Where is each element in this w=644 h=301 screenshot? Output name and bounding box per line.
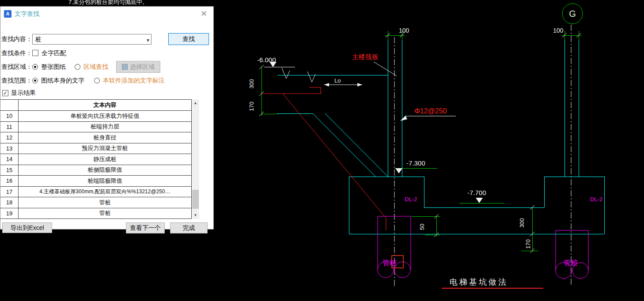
- select-region-label: 选择区域: [130, 63, 155, 70]
- beam-left-label: DL-2: [405, 196, 417, 203]
- scope-drawing-radio[interactable]: [32, 78, 38, 83]
- raft-label: 主楼筏板: [352, 53, 379, 60]
- centerlines: [394, 25, 571, 286]
- scrollbar-thumb[interactable]: [192, 190, 199, 209]
- check-icon: ✓: [3, 90, 8, 96]
- search-value: 桩: [35, 36, 42, 43]
- row-num: 15: [0, 167, 18, 173]
- pile-right-label: 管桩: [564, 259, 578, 267]
- table-row[interactable]: 12 桩身直径: [0, 132, 192, 143]
- table-row[interactable]: 14 静压成桩: [0, 154, 192, 165]
- scope-label: 查找范围：: [1, 77, 32, 85]
- scope-software-label[interactable]: 本软件添加的文字标注: [103, 77, 165, 85]
- rebar-lines: [261, 87, 386, 230]
- dim-slab-300: 300: [248, 79, 255, 89]
- rebar-label: Φ12@250: [414, 107, 447, 115]
- row-text: 管桩: [18, 208, 192, 219]
- row-num: 13: [0, 145, 18, 152]
- table-row[interactable]: 10 单桩竖向抗压承载力特征值: [0, 111, 192, 122]
- row-text: 管桩: [18, 197, 192, 208]
- scroll-down-icon[interactable]: ▼: [192, 211, 199, 219]
- section-outline: [277, 36, 604, 234]
- table-row[interactable]: 11 桩端持力层: [0, 122, 192, 133]
- dimension-lines: [261, 31, 581, 252]
- lo-dimension: [324, 83, 362, 87]
- region-whole-label[interactable]: 整张图纸: [41, 63, 66, 71]
- region-label: 查找区域：: [1, 63, 32, 71]
- radio-dot: [34, 79, 36, 82]
- pile-left-label: 管桩: [383, 259, 397, 267]
- show-results-label: 显示结果: [11, 89, 36, 97]
- whole-word-checkbox[interactable]: [32, 50, 38, 56]
- dim-pit-300: 300: [519, 218, 525, 228]
- section-slope-lines: [313, 113, 388, 177]
- row-num: 14: [0, 156, 18, 162]
- row-text: 单桩竖向抗压承载力特征值: [18, 111, 192, 121]
- select-region-button: 选择区域: [116, 61, 160, 73]
- find-button[interactable]: 查找: [168, 33, 209, 45]
- whole-word-label: 全字匹配: [42, 49, 66, 57]
- close-icon[interactable]: ✕: [201, 9, 207, 19]
- region-area-label[interactable]: 区域查找: [83, 63, 108, 71]
- results-scrollbar[interactable]: ▲ ▼: [192, 99, 199, 219]
- elevation-top: -6.000: [257, 56, 276, 64]
- table-row[interactable]: 16 桩端阻极限值: [0, 176, 192, 187]
- done-button[interactable]: 完成: [170, 222, 208, 233]
- beam-right-label: DL-2: [590, 196, 602, 203]
- table-row[interactable]: 19 管桩: [0, 208, 192, 219]
- chevron-down-icon[interactable]: ▾: [147, 35, 149, 45]
- cad-top-note: 7.未分包的桩台架均匀抛底中。: [68, 0, 148, 5]
- grid-bubble-label: G: [569, 9, 576, 19]
- table-header-row: 文本内容: [0, 99, 192, 111]
- row-text: 静压成桩: [18, 154, 192, 165]
- search-input[interactable]: 桩 ▾: [32, 34, 152, 45]
- scope-software-radio[interactable]: [94, 78, 100, 83]
- elevation-markers: [264, 62, 483, 203]
- lo-label: Lo: [334, 77, 341, 84]
- table-row[interactable]: 15 桩侧阻极限值: [0, 165, 192, 176]
- table-row[interactable]: 18 管桩: [0, 197, 192, 208]
- show-results-checkbox[interactable]: ✓: [2, 90, 8, 96]
- dimension-ticks: [259, 33, 581, 253]
- dialog-title: 文字查找: [15, 10, 39, 18]
- dim-wall-right: 100: [553, 27, 564, 34]
- content-label: 查找内容：: [1, 35, 32, 43]
- dim-wall-left: 100: [399, 27, 409, 34]
- row-text: 桩身直径: [18, 132, 192, 143]
- view-next-button[interactable]: 查看下一个: [126, 222, 165, 233]
- elevation-pit: -7.700: [467, 189, 486, 196]
- header-text-cell: 文本内容: [18, 100, 192, 110]
- dialog-titlebar[interactable]: A 文字查找 ✕: [0, 7, 213, 22]
- find-text-dialog: A 文字查找 ✕ 查找内容： 桩 ▾ 查找 查找条件： 全字匹配 查找区域： 整…: [0, 6, 214, 230]
- row-num: 19: [0, 210, 18, 217]
- row-num: 17: [0, 188, 18, 195]
- table-row[interactable]: 17 4.主楼基础板厚300mm,配筋双层双向%%13212@250…: [0, 187, 192, 198]
- condition-label: 查找条件：: [1, 49, 32, 57]
- row-text: 4.主楼基础板厚300mm,配筋双层双向%%13212@250…: [18, 187, 192, 197]
- drawing-title: 电梯基坑做法: [450, 278, 508, 286]
- region-whole-radio[interactable]: [32, 64, 38, 70]
- grid-bubble-g: G: [562, 4, 583, 24]
- row-text: 桩端持力层: [18, 122, 192, 132]
- scope-drawing-label[interactable]: 图纸本身的文字: [41, 77, 84, 85]
- export-excel-button[interactable]: 导出到Excel: [2, 222, 52, 233]
- scroll-up-icon[interactable]: ▲: [192, 99, 199, 107]
- application-window: 7.未分包的桩台架均匀抛底中。 G: [0, 0, 644, 301]
- dim-pit-170: 170: [525, 239, 531, 249]
- table-row[interactable]: 13 预应力混凝土管桩: [0, 143, 192, 154]
- row-text: 桩侧阻极限值: [18, 165, 192, 176]
- dim-slab-170: 170: [248, 102, 255, 111]
- pile-right: [556, 230, 588, 278]
- radio-dot: [34, 66, 36, 68]
- results-table: 文本内容 10 单桩竖向抗压承载力特征值 11 桩端持力层 12 桩身直径 13…: [0, 99, 192, 219]
- row-num: 10: [0, 113, 18, 119]
- row-text: 预应力混凝土管桩: [18, 143, 192, 154]
- elevation-ledge: -7.300: [406, 159, 425, 167]
- row-text: 桩端阻极限值: [18, 176, 192, 186]
- select-area-icon: [122, 64, 128, 70]
- row-num: 16: [0, 177, 18, 184]
- app-icon: A: [4, 10, 11, 18]
- region-area-radio[interactable]: [75, 64, 80, 70]
- row-num: 18: [0, 199, 18, 206]
- row-num: 11: [0, 124, 18, 130]
